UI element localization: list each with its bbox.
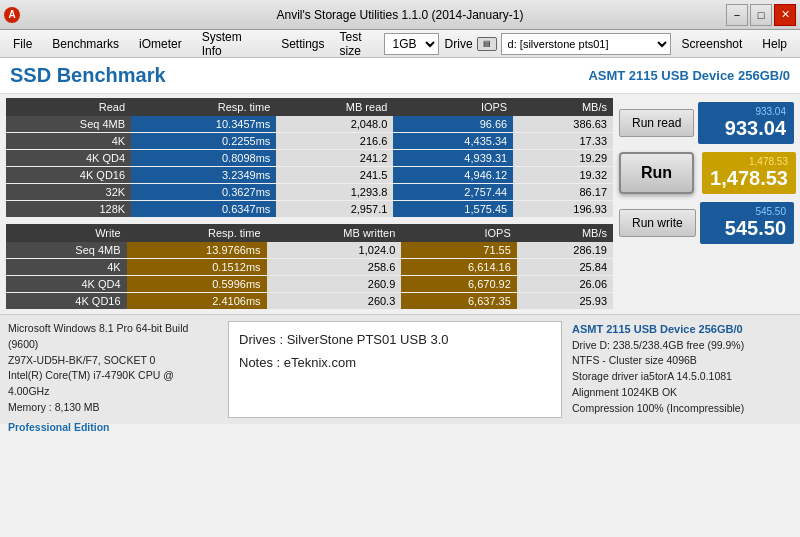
read-row-mbs: 386.63 — [513, 116, 613, 133]
read-table: Read Resp. time MB read IOPS MB/s Seq 4M… — [6, 98, 613, 310]
menu-screenshot[interactable]: Screenshot — [673, 33, 752, 55]
right-panel: Run read 933.04 933.04 Run 1,478.53 1,47… — [619, 98, 794, 310]
read-row-mb: 2,957.1 — [276, 201, 393, 218]
maximize-button[interactable]: □ — [750, 4, 772, 26]
read-row-iops: 96.66 — [393, 116, 513, 133]
read-row-iops: 1,575.45 — [393, 201, 513, 218]
read-row-resp: 3.2349ms — [131, 167, 276, 184]
read-table-row: 32K 0.3627ms 1,293.8 2,757.44 86.17 — [6, 184, 613, 201]
write-row-mbs: 26.06 — [517, 276, 613, 293]
write-row-resp: 13.9766ms — [127, 242, 267, 259]
run-read-section: Run read 933.04 933.04 — [619, 102, 794, 144]
device-info-title: ASMT 2115 USB Device 256GB/0 — [572, 321, 792, 338]
read-row-label: 32K — [6, 184, 131, 201]
read-row-mbs: 196.93 — [513, 201, 613, 218]
write-row-label: 4K — [6, 259, 127, 276]
run-total-section: Run 1,478.53 1,478.53 — [619, 152, 794, 194]
device-line1: Drive D: 238.5/238.4GB free (99.9%) — [572, 338, 792, 354]
sys-line4: Memory : 8,130 MB — [8, 400, 218, 416]
menu-benchmarks[interactable]: Benchmarks — [43, 33, 128, 55]
read-row-mbs: 19.32 — [513, 167, 613, 184]
write-row-iops: 71.55 — [401, 242, 517, 259]
read-row-resp: 0.3627ms — [131, 184, 276, 201]
read-col-iops: IOPS — [393, 98, 513, 116]
sys-line2: Z97X-UD5H-BK/F7, SOCKET 0 — [8, 353, 218, 369]
write-row-mb: 260.9 — [267, 276, 402, 293]
write-col-label: Write — [6, 224, 127, 242]
write-row-iops: 6,614.16 — [401, 259, 517, 276]
test-size-group: Test size 1GB — [340, 30, 439, 58]
read-row-resp: 0.8098ms — [131, 150, 276, 167]
read-row-label: 4K QD4 — [6, 150, 131, 167]
minimize-button[interactable]: − — [726, 4, 748, 26]
read-row-label: 4K QD16 — [6, 167, 131, 184]
run-read-button[interactable]: Run read — [619, 109, 694, 137]
test-size-select[interactable]: 1GB — [384, 33, 439, 55]
write-row-iops: 6,637.35 — [401, 293, 517, 310]
read-table-row: 4K QD4 0.8098ms 241.2 4,939.31 19.29 — [6, 150, 613, 167]
menu-settings[interactable]: Settings — [272, 33, 333, 55]
read-row-mb: 241.2 — [276, 150, 393, 167]
write-score-big: 545.50 — [708, 217, 786, 240]
write-row-iops: 6,670.92 — [401, 276, 517, 293]
write-table-row: Seq 4MB 13.9766ms 1,024.0 71.55 286.19 — [6, 242, 613, 259]
app-icon: A — [4, 7, 20, 23]
read-col-resp: Resp. time — [131, 98, 276, 116]
menu-bar: File Benchmarks iOmeter System Info Sett… — [0, 30, 800, 58]
read-row-mb: 2,048.0 — [276, 116, 393, 133]
write-row-mbs: 286.19 — [517, 242, 613, 259]
professional-edition: Professional Edition — [8, 420, 218, 436]
title-bar: A Anvil's Storage Utilities 1.1.0 (2014-… — [0, 0, 800, 30]
device-line3: Storage driver ia5torA 14.5.0.1081 — [572, 369, 792, 385]
write-row-mbs: 25.93 — [517, 293, 613, 310]
read-row-mb: 216.6 — [276, 133, 393, 150]
write-col-resp: Resp. time — [127, 224, 267, 242]
write-col-mb: MB written — [267, 224, 402, 242]
write-table-row: 4K 0.1512ms 258.6 6,614.16 25.84 — [6, 259, 613, 276]
write-row-mbs: 25.84 — [517, 259, 613, 276]
window-controls: − □ ✕ — [726, 4, 796, 26]
read-col-mbs: MB/s — [513, 98, 613, 116]
drives-line: Drives : SilverStone PTS01 USB 3.0 — [239, 328, 551, 351]
read-row-mbs: 86.17 — [513, 184, 613, 201]
read-score-small: 933.04 — [706, 106, 786, 117]
menu-iometer[interactable]: iOmeter — [130, 33, 191, 55]
menu-system-info[interactable]: System Info — [193, 26, 270, 62]
write-col-iops: IOPS — [401, 224, 517, 242]
drive-label: Drive — [445, 37, 473, 51]
menu-file[interactable]: File — [4, 33, 41, 55]
write-row-mb: 1,024.0 — [267, 242, 402, 259]
device-line2: NTFS - Cluster size 4096B — [572, 353, 792, 369]
benchmark-header: SSD Benchmark ASMT 2115 USB Device 256GB… — [0, 58, 800, 94]
total-score-box: 1,478.53 1,478.53 — [702, 152, 796, 194]
read-table-row: 4K QD16 3.2349ms 241.5 4,946.12 19.32 — [6, 167, 613, 184]
read-row-iops: 4,939.31 — [393, 150, 513, 167]
tables-area: Read Resp. time MB read IOPS MB/s Seq 4M… — [0, 94, 800, 314]
read-row-label: 4K — [6, 133, 131, 150]
read-row-iops: 4,946.12 — [393, 167, 513, 184]
sys-line3: Intel(R) Core(TM) i7-4790K CPU @ 4.00GHz — [8, 368, 218, 400]
drives-notes: Drives : SilverStone PTS01 USB 3.0 Notes… — [228, 321, 562, 418]
read-row-label: 128K — [6, 201, 131, 218]
write-row-resp: 0.5996ms — [127, 276, 267, 293]
read-score-big: 933.04 — [706, 117, 786, 140]
read-table-row: 128K 0.6347ms 2,957.1 1,575.45 196.93 — [6, 201, 613, 218]
read-row-label: Seq 4MB — [6, 116, 131, 133]
drive-select[interactable]: d: [silverstone pts01] — [501, 33, 671, 55]
write-table-row: 4K QD16 2.4106ms 260.3 6,637.35 25.93 — [6, 293, 613, 310]
read-row-resp: 0.2255ms — [131, 133, 276, 150]
write-score-small: 545.50 — [708, 206, 786, 217]
total-score-big: 1,478.53 — [710, 167, 788, 190]
write-row-label: Seq 4MB — [6, 242, 127, 259]
read-row-resp: 0.6347ms — [131, 201, 276, 218]
read-table-row: Seq 4MB 10.3457ms 2,048.0 96.66 386.63 — [6, 116, 613, 133]
sys-line1: Microsoft Windows 8.1 Pro 64-bit Build (… — [8, 321, 218, 353]
close-button[interactable]: ✕ — [774, 4, 796, 26]
drive-group: Drive ▤ d: [silverstone pts01] — [445, 33, 671, 55]
menu-help[interactable]: Help — [753, 33, 796, 55]
bottom-bar: Microsoft Windows 8.1 Pro 64-bit Build (… — [0, 314, 800, 424]
run-write-button[interactable]: Run write — [619, 209, 696, 237]
write-row-mb: 258.6 — [267, 259, 402, 276]
run-button[interactable]: Run — [619, 152, 694, 194]
write-row-label: 4K QD4 — [6, 276, 127, 293]
